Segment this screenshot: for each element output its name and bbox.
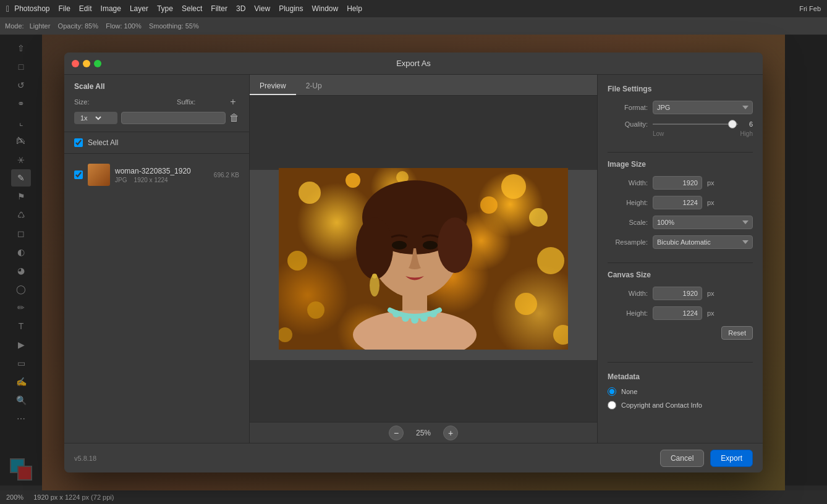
format-label: Format: (608, 104, 648, 111)
status-bar: 200% 1920 px x 1224 px (72 ppi) (0, 490, 827, 504)
reset-button[interactable]: Reset (721, 326, 753, 340)
close-window-button[interactable] (72, 60, 79, 67)
height-label: Height: (608, 199, 648, 206)
canvas-height-row: Height: px (608, 306, 753, 320)
canvas-height-input[interactable] (653, 306, 702, 320)
canvas-width-input[interactable] (653, 287, 702, 300)
menu-layer[interactable]: Layer (130, 4, 148, 13)
svg-point-2 (501, 174, 526, 199)
menu-photoshop[interactable]: Photoshop (14, 4, 49, 13)
format-control[interactable]: JPG PNG GIF SVG WebP (653, 101, 753, 114)
quality-high-label: High (740, 130, 753, 137)
version-label: v5.8.18 (74, 455, 96, 462)
width-row: Width: px (608, 176, 753, 190)
metadata-copyright-radio[interactable] (608, 401, 616, 410)
minimize-window-button[interactable] (83, 60, 90, 67)
menu-edit[interactable]: Edit (79, 4, 92, 13)
metadata-none-row: None (608, 387, 753, 396)
footer-buttons: Cancel Export (660, 450, 753, 467)
tab-preview[interactable]: Preview (250, 78, 296, 95)
scale-all-title: Scale All (74, 82, 239, 91)
quality-value: 6 (743, 120, 753, 128)
quality-low-label: Low (653, 130, 664, 137)
asset-thumbnail (88, 164, 110, 186)
quality-slider[interactable] (653, 124, 738, 125)
zoom-in-button[interactable]: + (443, 426, 458, 440)
menu-bar: Photoshop File Edit Image Layer Type Sel… (14, 4, 362, 13)
quality-thumb[interactable] (728, 120, 737, 128)
menu-3d[interactable]: 3D (236, 4, 245, 13)
toolbar-content: Mode: Lighter Opacity: 85% Flow: 100% Sm… (5, 22, 199, 30)
svg-point-26 (430, 310, 437, 317)
menu-image[interactable]: Image (101, 4, 121, 13)
svg-point-22 (392, 310, 400, 317)
resample-label: Resample: (608, 238, 648, 246)
format-select[interactable]: JPG PNG GIF SVG WebP (653, 101, 753, 114)
width-input[interactable] (653, 176, 702, 190)
size-suffix-header: Size: Suffix: + (74, 96, 239, 108)
scale-select-wrap[interactable]: 0.5x 1x 1.5x 2x 3x (74, 112, 117, 124)
dialog-body: Scale All Size: Suffix: + 0.5x 1x 1.5x (64, 75, 763, 443)
suffix-label: Suffix: (151, 98, 223, 106)
format-row: Format: JPG PNG GIF SVG WebP (608, 101, 753, 114)
metadata-none-label: None (621, 388, 637, 395)
svg-point-21 (370, 274, 380, 296)
suffix-input[interactable] (121, 112, 226, 124)
svg-point-7 (307, 301, 324, 319)
menu-plugins[interactable]: Plugins (279, 4, 303, 13)
scale-control[interactable]: 25% 50% 75% 100% 200% (653, 216, 753, 229)
preview-area (250, 96, 597, 422)
image-size-title: Image Size (608, 160, 753, 169)
canvas-height-label: Height: (608, 309, 648, 317)
menu-help[interactable]: Help (347, 4, 362, 13)
delete-scale-button[interactable]: 🗑 (229, 112, 239, 124)
select-all-label: Select All (88, 138, 118, 147)
system-tray: Fri Feb (799, 5, 821, 12)
zoom-level: 25% (411, 429, 436, 437)
asset-info: woman-3220835_1920 JPG 1920 x 1224 (115, 167, 209, 183)
canvas-width-label: Width: (608, 290, 648, 297)
scale-section: Scale All Size: Suffix: + 0.5x 1x 1.5x (64, 75, 249, 132)
resample-select[interactable]: Bicubic Automatic Bicubic Bilinear Neare… (653, 235, 753, 249)
height-input[interactable] (653, 196, 702, 209)
svg-point-19 (423, 241, 438, 250)
menu-filter[interactable]: Filter (211, 4, 227, 13)
clock: Fri Feb (799, 5, 821, 12)
cancel-button[interactable]: Cancel (660, 450, 704, 467)
scale-select[interactable]: 0.5x 1x 1.5x 2x 3x (78, 114, 103, 122)
menu-window[interactable]: Window (312, 4, 338, 13)
modal-overlay: Export As Scale All Size: Suffix: + 0.5x (0, 35, 827, 490)
svg-point-3 (529, 208, 548, 227)
dialog-footer: v5.8.18 Cancel Export (64, 443, 763, 472)
assets-list: woman-3220835_1920 JPG 1920 x 1224 696.2… (64, 154, 249, 443)
menu-type[interactable]: Type (157, 4, 173, 13)
divider-1 (608, 152, 753, 153)
tab-2up[interactable]: 2-Up (296, 78, 332, 95)
menu-select[interactable]: Select (182, 4, 202, 13)
canvas-height-unit: px (707, 309, 715, 317)
menu-file[interactable]: File (59, 4, 70, 13)
asset-checkbox[interactable] (74, 170, 83, 179)
metadata-none-radio[interactable] (608, 387, 616, 396)
select-all-checkbox[interactable] (74, 138, 83, 147)
add-scale-button[interactable]: + (227, 96, 239, 108)
quality-label: Quality: (608, 120, 648, 128)
resample-control[interactable]: Bicubic Automatic Bicubic Bilinear Neare… (653, 235, 753, 249)
export-button[interactable]: Export (710, 450, 753, 467)
asset-item[interactable]: woman-3220835_1920 JPG 1920 x 1224 696.2… (64, 159, 249, 191)
menu-view[interactable]: View (254, 4, 270, 13)
svg-point-6 (515, 293, 537, 315)
preview-image-container (279, 168, 568, 350)
zoom-out-button[interactable]: − (389, 426, 404, 440)
svg-point-24 (411, 316, 418, 324)
scale-input-row: 0.5x 1x 1.5x 2x 3x 🗑 (74, 112, 239, 124)
canvas-width-row: Width: px (608, 287, 753, 300)
maximize-window-button[interactable] (94, 60, 101, 67)
width-label: Width: (608, 179, 648, 187)
asset-format: JPG (115, 177, 127, 183)
svg-point-11 (279, 327, 292, 342)
scale-row: Scale: 25% 50% 75% 100% 200% (608, 216, 753, 229)
quality-row: Quality: 6 (608, 120, 753, 128)
scale-percent-select[interactable]: 25% 50% 75% 100% 200% (653, 216, 753, 229)
zoom-bar: − 25% + (250, 422, 597, 443)
